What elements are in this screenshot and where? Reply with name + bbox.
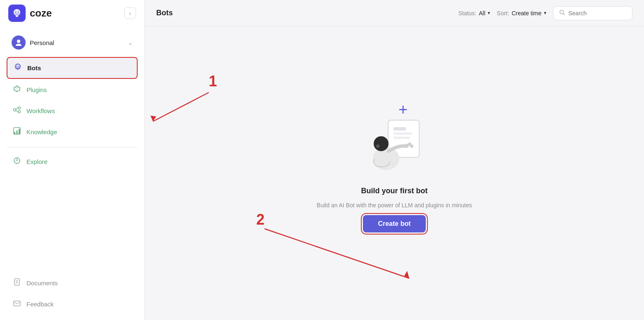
sidebar: coze ‹ Personal ⌄ xyxy=(0,0,145,320)
svg-point-34 xyxy=(376,145,379,148)
svg-marker-43 xyxy=(404,271,409,278)
svg-line-39 xyxy=(153,92,209,121)
personal-label: Personal xyxy=(30,39,124,46)
svg-point-37 xyxy=(410,145,413,148)
empty-state-subtitle: Build an AI Bot with the power of LLM an… xyxy=(317,202,472,209)
svg-point-4 xyxy=(17,40,20,43)
sidebar-item-label-explore: Explore xyxy=(26,158,48,165)
sort-value: Create time xyxy=(512,10,541,17)
sidebar-item-label-plugins: Plugins xyxy=(26,86,47,93)
svg-rect-8 xyxy=(17,69,19,70)
svg-rect-30 xyxy=(394,133,412,135)
workflow-icon xyxy=(12,106,21,116)
svg-marker-40 xyxy=(150,116,156,121)
sidebar-item-label-knowledge: Knowledge xyxy=(26,128,57,135)
main-content: Bots Status: All ▾ Sort: Create time ▾ xyxy=(145,0,644,320)
svg-line-26 xyxy=(563,13,565,15)
svg-text:2: 2 xyxy=(256,211,265,228)
svg-point-5 xyxy=(15,64,20,69)
svg-rect-10 xyxy=(20,67,21,69)
sidebar-item-documents[interactable]: Documents xyxy=(7,273,138,293)
empty-state-title: Build your first bot xyxy=(361,187,427,195)
status-label: Status: xyxy=(458,10,477,17)
sidebar-item-explore[interactable]: Explore xyxy=(7,152,138,172)
status-filter[interactable]: Status: All ▾ xyxy=(458,10,490,17)
svg-text:+: + xyxy=(398,101,408,118)
svg-line-42 xyxy=(265,229,409,278)
sidebar-item-bots[interactable]: Bots xyxy=(7,57,138,79)
sort-dropdown-icon: ▾ xyxy=(544,10,546,16)
cube-icon xyxy=(12,85,21,95)
svg-point-7 xyxy=(18,66,19,66)
status-value: All xyxy=(479,10,486,17)
logo-area: coze xyxy=(8,5,52,22)
sidebar-bottom: Documents Feedback xyxy=(7,269,138,315)
sidebar-item-label-documents: Documents xyxy=(26,280,58,287)
svg-rect-29 xyxy=(394,127,406,130)
svg-rect-16 xyxy=(19,129,20,134)
svg-point-32 xyxy=(373,147,399,170)
doc-icon xyxy=(12,278,21,288)
sidebar-item-workflows[interactable]: Workflows xyxy=(7,101,138,121)
svg-rect-11 xyxy=(14,109,16,111)
svg-rect-3 xyxy=(16,16,18,17)
sidebar-item-label-feedback: Feedback xyxy=(26,301,54,308)
chart-icon xyxy=(12,127,21,137)
svg-rect-15 xyxy=(17,130,18,134)
svg-point-0 xyxy=(14,9,20,16)
svg-rect-24 xyxy=(14,301,20,306)
sidebar-item-label-workflows: Workflows xyxy=(26,107,55,114)
sort-filter[interactable]: Sort: Create time ▾ xyxy=(497,10,546,17)
status-dropdown-icon: ▾ xyxy=(488,10,490,16)
avatar xyxy=(12,36,26,50)
main-header: Bots Status: All ▾ Sort: Create time ▾ xyxy=(145,0,644,26)
sidebar-item-knowledge[interactable]: Knowledge xyxy=(7,122,138,142)
svg-point-1 xyxy=(15,12,17,13)
svg-point-2 xyxy=(18,12,19,13)
sidebar-item-label-bots: Bots xyxy=(27,64,41,71)
search-box[interactable] xyxy=(553,6,632,20)
main-body: + xyxy=(145,26,644,320)
header-controls: Status: All ▾ Sort: Create time ▾ xyxy=(458,6,632,20)
search-icon xyxy=(559,9,565,17)
nav-divider xyxy=(7,147,138,147)
svg-text:1: 1 xyxy=(209,73,217,90)
svg-point-6 xyxy=(16,66,17,66)
logo-icon xyxy=(8,5,26,22)
sort-label: Sort: xyxy=(497,10,509,17)
compass-icon xyxy=(12,156,21,167)
sidebar-content: Personal ⌄ Bots xyxy=(0,26,144,320)
create-bot-button[interactable]: Create bot xyxy=(363,215,425,232)
app-name: coze xyxy=(30,7,52,19)
chevron-down-icon: ⌄ xyxy=(128,40,133,46)
search-input[interactable] xyxy=(568,10,626,17)
empty-state: + xyxy=(317,97,472,232)
sidebar-item-plugins[interactable]: Plugins xyxy=(7,80,138,100)
personal-selector[interactable]: Personal ⌄ xyxy=(7,31,138,54)
svg-rect-9 xyxy=(15,67,16,69)
bot-icon xyxy=(13,63,22,73)
collapse-button[interactable]: ‹ xyxy=(124,7,136,19)
svg-rect-12 xyxy=(18,107,20,109)
page-title: Bots xyxy=(156,9,450,17)
illustration: + xyxy=(349,97,440,180)
svg-rect-31 xyxy=(394,137,410,139)
svg-rect-13 xyxy=(18,111,20,113)
svg-point-33 xyxy=(374,136,389,151)
sidebar-item-feedback[interactable]: Feedback xyxy=(7,294,138,314)
mail-icon xyxy=(12,299,21,309)
sidebar-header: coze ‹ xyxy=(0,0,144,26)
